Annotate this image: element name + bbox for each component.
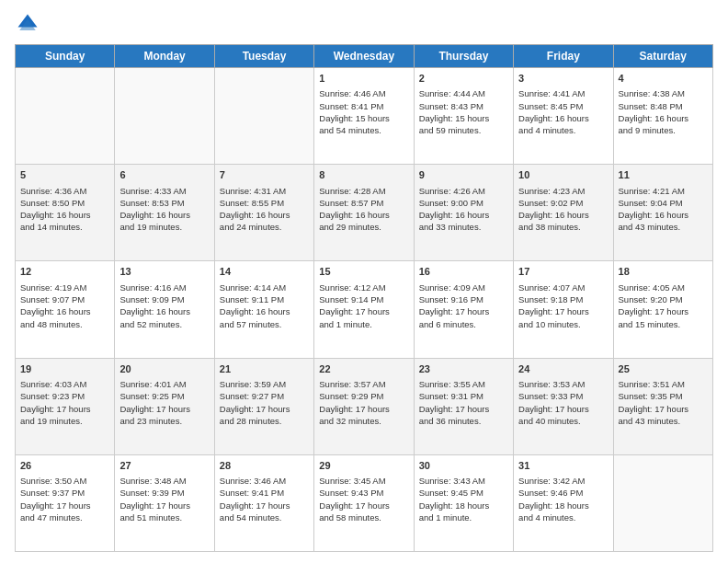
week-row-2: 5Sunrise: 4:36 AMSunset: 8:50 PMDaylight…: [16, 165, 713, 261]
day-info-line: Sunset: 9:45 PM: [419, 487, 508, 499]
day-number: 17: [518, 265, 608, 279]
day-info-line: and 19 minutes.: [119, 221, 209, 233]
day-info-line: Daylight: 16 hours: [220, 305, 309, 317]
calendar-header: SundayMondayTuesdayWednesdayThursdayFrid…: [16, 45, 713, 68]
week-row-1: 1Sunrise: 4:46 AMSunset: 8:41 PMDaylight…: [16, 68, 713, 165]
day-info-line: Sunrise: 4:07 AM: [518, 282, 608, 293]
day-info-line: Daylight: 17 hours: [319, 403, 408, 415]
week-row-4: 19Sunrise: 4:03 AMSunset: 9:23 PMDayligh…: [16, 358, 713, 454]
day-info-line: and 29 minutes.: [319, 221, 408, 233]
calendar-cell: 27Sunrise: 3:48 AMSunset: 9:39 PMDayligh…: [115, 454, 214, 551]
day-info-line: and 36 minutes.: [419, 415, 508, 427]
day-info-line: Sunrise: 3:55 AM: [419, 378, 508, 390]
day-info-line: Sunrise: 4:41 AM: [518, 87, 608, 99]
day-info-line: Sunset: 9:29 PM: [319, 390, 408, 402]
day-number: 6: [119, 168, 209, 182]
day-info-line: Sunset: 8:50 PM: [20, 197, 109, 209]
day-number: 28: [220, 459, 309, 473]
day-info-line: and 10 minutes.: [518, 318, 608, 330]
header-cell-wednesday: Wednesday: [314, 45, 414, 68]
day-info-line: Sunrise: 4:01 AM: [119, 378, 209, 390]
day-number: 8: [319, 168, 408, 182]
calendar-cell: 26Sunrise: 3:50 AMSunset: 9:37 PMDayligh…: [16, 454, 115, 551]
day-info-line: Daylight: 15 hours: [319, 112, 408, 124]
day-info-line: Daylight: 18 hours: [518, 500, 608, 511]
day-info-line: and 52 minutes.: [119, 318, 209, 330]
day-info-line: Sunset: 8:55 PM: [220, 197, 309, 209]
day-info-line: Sunset: 9:09 PM: [119, 293, 209, 305]
day-info-line: Sunset: 9:02 PM: [518, 197, 608, 209]
day-info-line: Sunrise: 4:16 AM: [119, 282, 209, 293]
day-number: 23: [419, 362, 508, 376]
day-info-line: Daylight: 17 hours: [20, 500, 109, 511]
day-info-line: and 14 minutes.: [20, 221, 109, 233]
day-number: 11: [619, 168, 708, 182]
calendar-cell: 15Sunrise: 4:12 AMSunset: 9:14 PMDayligh…: [314, 261, 414, 358]
calendar-cell: [16, 68, 115, 165]
day-info-line: Daylight: 17 hours: [619, 305, 708, 317]
day-info-line: and 32 minutes.: [319, 415, 408, 427]
day-number: 13: [119, 265, 209, 279]
day-info-line: Sunrise: 4:44 AM: [419, 87, 508, 99]
calendar-cell: 5Sunrise: 4:36 AMSunset: 8:50 PMDaylight…: [16, 165, 115, 261]
calendar-cell: 14Sunrise: 4:14 AMSunset: 9:11 PMDayligh…: [214, 261, 313, 358]
day-info-line: Daylight: 17 hours: [518, 403, 608, 415]
calendar-cell: 11Sunrise: 4:21 AMSunset: 9:04 PMDayligh…: [613, 165, 712, 261]
day-info-line: and 48 minutes.: [20, 318, 109, 330]
day-info-line: Daylight: 17 hours: [419, 305, 508, 317]
day-info-line: Sunset: 9:35 PM: [619, 390, 708, 402]
calendar-cell: 9Sunrise: 4:26 AMSunset: 9:00 PMDaylight…: [414, 165, 513, 261]
day-info-line: Sunset: 8:57 PM: [319, 197, 408, 209]
day-info-line: Sunrise: 4:14 AM: [220, 282, 309, 293]
day-number: 18: [619, 265, 708, 279]
day-number: 26: [20, 459, 109, 473]
day-info-line: Daylight: 16 hours: [619, 209, 708, 221]
day-info-line: Sunrise: 3:43 AM: [419, 475, 508, 487]
day-info-line: Daylight: 17 hours: [419, 403, 508, 415]
day-info-line: and 47 minutes.: [20, 511, 109, 523]
day-info-line: Sunset: 9:39 PM: [119, 487, 209, 499]
day-info-line: Daylight: 16 hours: [119, 305, 209, 317]
calendar-cell: 19Sunrise: 4:03 AMSunset: 9:23 PMDayligh…: [16, 358, 115, 454]
calendar-cell: [115, 68, 214, 165]
day-info-line: Sunset: 8:53 PM: [119, 197, 209, 209]
calendar-cell: 21Sunrise: 3:59 AMSunset: 9:27 PMDayligh…: [214, 358, 313, 454]
day-info-line: Daylight: 17 hours: [220, 403, 309, 415]
day-number: 12: [20, 265, 109, 279]
day-info-line: Sunset: 9:14 PM: [319, 293, 408, 305]
day-info-line: and 24 minutes.: [220, 221, 309, 233]
day-info-line: Daylight: 17 hours: [619, 403, 708, 415]
day-info-line: Daylight: 16 hours: [518, 209, 608, 221]
day-info-line: Sunrise: 3:51 AM: [619, 378, 708, 390]
day-info-line: Sunset: 9:27 PM: [220, 390, 309, 402]
day-info-line: Sunrise: 3:50 AM: [20, 475, 109, 487]
day-number: 14: [220, 265, 309, 279]
day-info-line: Sunrise: 4:36 AM: [20, 185, 109, 197]
day-info-line: Sunrise: 3:46 AM: [220, 475, 309, 487]
calendar-body: 1Sunrise: 4:46 AMSunset: 8:41 PMDaylight…: [16, 68, 713, 552]
day-info-line: Sunset: 9:46 PM: [518, 487, 608, 499]
day-info-line: Sunset: 9:16 PM: [419, 293, 508, 305]
day-info-line: Sunrise: 4:21 AM: [619, 185, 708, 197]
day-info-line: Daylight: 18 hours: [419, 500, 508, 511]
day-number: 25: [619, 362, 708, 376]
calendar-cell: 30Sunrise: 3:43 AMSunset: 9:45 PMDayligh…: [414, 454, 513, 551]
calendar-cell: 18Sunrise: 4:05 AMSunset: 9:20 PMDayligh…: [613, 261, 712, 358]
day-info-line: Sunrise: 3:57 AM: [319, 378, 408, 390]
day-info-line: Sunset: 8:45 PM: [518, 100, 608, 112]
calendar-cell: 20Sunrise: 4:01 AMSunset: 9:25 PMDayligh…: [115, 358, 214, 454]
day-info-line: and 40 minutes.: [518, 415, 608, 427]
day-info-line: and 59 minutes.: [419, 124, 508, 136]
calendar-cell: 6Sunrise: 4:33 AMSunset: 8:53 PMDaylight…: [115, 165, 214, 261]
day-info-line: Daylight: 17 hours: [119, 500, 209, 511]
day-info-line: Daylight: 16 hours: [20, 209, 109, 221]
day-info-line: Sunrise: 3:42 AM: [518, 475, 608, 487]
header-cell-friday: Friday: [514, 45, 613, 68]
calendar-cell: 4Sunrise: 4:38 AMSunset: 8:48 PMDaylight…: [613, 68, 712, 165]
calendar-cell: 16Sunrise: 4:09 AMSunset: 9:16 PMDayligh…: [414, 261, 513, 358]
day-number: 2: [419, 72, 508, 86]
week-row-5: 26Sunrise: 3:50 AMSunset: 9:37 PMDayligh…: [16, 454, 713, 551]
day-info-line: and 9 minutes.: [619, 124, 708, 136]
logo-icon: [15, 11, 40, 37]
day-number: 5: [20, 168, 109, 182]
